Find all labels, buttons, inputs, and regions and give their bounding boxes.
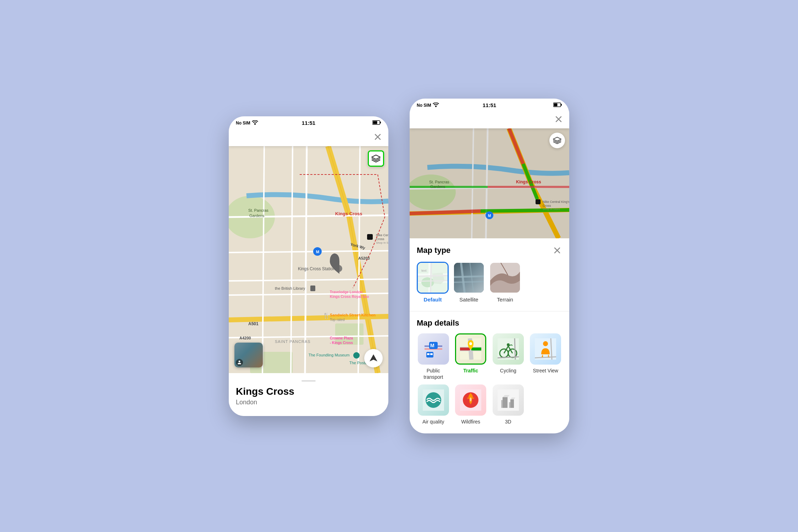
wifi-icon-left	[252, 120, 258, 126]
svg-rect-1	[380, 122, 381, 123]
svg-text:St. Pancras: St. Pancras	[248, 208, 268, 212]
svg-point-87	[507, 343, 510, 346]
detail-icon-wildfires	[455, 384, 486, 416]
svg-point-47	[239, 360, 240, 362]
carrier-text-left: No SIM	[236, 121, 250, 126]
detail-3d[interactable]: 3D	[492, 384, 525, 425]
map-type-row: text Default	[417, 262, 562, 303]
wifi-icon-right	[433, 102, 439, 108]
navigation-icon-left	[369, 354, 378, 363]
search-input-left[interactable]: Kings Cross	[234, 132, 373, 142]
place-name-left: Kings Cross	[236, 386, 381, 397]
place-sub-left: London	[236, 399, 381, 406]
map-svg-right: Kings Cross St. Pancras Gardens Nike Cen…	[410, 128, 569, 238]
svg-text:text: text	[421, 269, 427, 272]
close-button-left[interactable]	[373, 132, 383, 142]
detail-icon-traffic	[455, 333, 486, 365]
svg-text:A501: A501	[248, 321, 259, 326]
svg-text:Kings Cross: Kings Cross	[335, 211, 362, 216]
layers-button-right[interactable]	[549, 133, 565, 148]
street-view-icon	[236, 359, 243, 366]
svg-text:Gardens: Gardens	[430, 184, 445, 189]
layers-icon-left	[371, 154, 381, 164]
map-area-right: Kings Cross St. Pancras Gardens Nike Cen…	[410, 128, 569, 238]
map-type-satellite[interactable]: Satellite	[453, 262, 485, 303]
svg-text:The Foundling Museum: The Foundling Museum	[309, 353, 350, 357]
map-type-close[interactable]	[552, 245, 562, 255]
status-carrier-right: No SIM	[417, 102, 439, 108]
battery-icon-left	[372, 120, 381, 126]
layers-icon-right	[553, 136, 562, 145]
svg-text:SAINT PANCRAS: SAINT PANCRAS	[275, 339, 311, 344]
right-phone: No SIM 11:51 Kings Cross	[410, 99, 569, 434]
map-area-left: St. Pancras Gardens Kings Cross Nike Cen…	[229, 146, 388, 373]
bottom-panel-left: Kings Cross London	[229, 373, 388, 416]
svg-rect-12	[367, 234, 373, 240]
svg-point-89	[543, 341, 548, 346]
svg-text:M: M	[488, 214, 491, 218]
detail-label-street-view: Street View	[533, 367, 558, 374]
detail-public-transport[interactable]: M Publictransport	[417, 333, 450, 380]
svg-text:Crowne Plaza: Crowne Plaza	[330, 336, 353, 340]
svg-rect-50	[554, 103, 558, 106]
detail-icon-public-transport: M	[418, 333, 449, 365]
status-bar-left: No SIM 11:51	[229, 116, 388, 128]
battery-icon-right	[553, 102, 562, 109]
map-type-label-terrain: Terrain	[497, 297, 513, 303]
detail-label-cycling: Cycling	[500, 367, 516, 374]
time-left: 11:51	[302, 120, 315, 126]
search-input-right[interactable]: Kings Cross	[415, 115, 554, 124]
map-svg-left: St. Pancras Gardens Kings Cross Nike Cen…	[229, 146, 388, 373]
detail-cycling[interactable]: Cycling	[492, 333, 525, 380]
drag-handle-left[interactable]	[301, 380, 316, 382]
svg-rect-58	[536, 199, 541, 204]
map-details-header: Map details	[417, 318, 562, 328]
map-type-terrain[interactable]: Terrain	[489, 262, 521, 303]
svg-point-70	[421, 277, 434, 287]
detail-icon-3d	[493, 384, 524, 416]
left-phone: No SIM 11:51 Kings Cross	[229, 116, 388, 416]
svg-text:Shop In Store: Shop In Store	[543, 207, 560, 211]
close-button-right[interactable]	[554, 114, 564, 124]
svg-text:- Kings Cross: - Kings Cross	[330, 341, 353, 345]
svg-rect-81	[430, 353, 433, 355]
detail-street-view[interactable]: Street View	[529, 333, 563, 380]
svg-point-34	[353, 352, 360, 359]
detail-wildfires[interactable]: Wildfires	[454, 384, 488, 425]
detail-icon-air-quality	[418, 384, 449, 416]
carrier-text-right: No SIM	[417, 103, 431, 108]
svg-text:A5203: A5203	[358, 256, 370, 260]
map-type-title: Map type	[417, 246, 450, 255]
svg-rect-99	[510, 399, 514, 408]
navigation-button-left[interactable]	[364, 349, 383, 367]
detail-traffic[interactable]: Traffic	[454, 333, 488, 380]
svg-text:Shop In Store: Shop In Store	[376, 241, 388, 244]
detail-label-air-quality: Air quality	[422, 419, 444, 425]
layers-button-left[interactable]	[368, 150, 384, 167]
status-right-right	[553, 102, 562, 109]
svg-text:Kings Cross: Kings Cross	[516, 179, 541, 184]
svg-text:the British Library: the British Library	[275, 286, 305, 290]
street-view-thumbnail-left[interactable]	[234, 343, 263, 367]
svg-text:Nike Central King's: Nike Central King's	[376, 233, 388, 237]
svg-text:St. Pancras: St. Pancras	[429, 180, 449, 184]
svg-text:M: M	[430, 343, 434, 348]
svg-rect-21	[310, 286, 315, 291]
map-type-label-satellite: Satellite	[459, 297, 478, 303]
time-right: 11:51	[483, 102, 496, 108]
divider-1	[410, 311, 569, 311]
svg-rect-2	[373, 121, 377, 124]
detail-label-public-transport: Publictransport	[423, 367, 443, 380]
status-carrier-left: No SIM	[236, 120, 258, 126]
detail-icon-cycling	[493, 333, 524, 365]
svg-text:Cross: Cross	[543, 204, 551, 207]
svg-rect-80	[427, 353, 430, 355]
map-type-default[interactable]: text Default	[417, 262, 449, 303]
svg-text:A4200: A4200	[239, 336, 251, 340]
svg-text:Nike Central King's: Nike Central King's	[543, 200, 569, 204]
svg-point-83	[469, 342, 472, 345]
detail-air-quality[interactable]: Air quality	[417, 384, 450, 425]
svg-rect-96	[503, 397, 508, 408]
map-type-icon-default: text	[417, 262, 449, 294]
detail-label-wildfires: Wildfires	[461, 419, 480, 425]
